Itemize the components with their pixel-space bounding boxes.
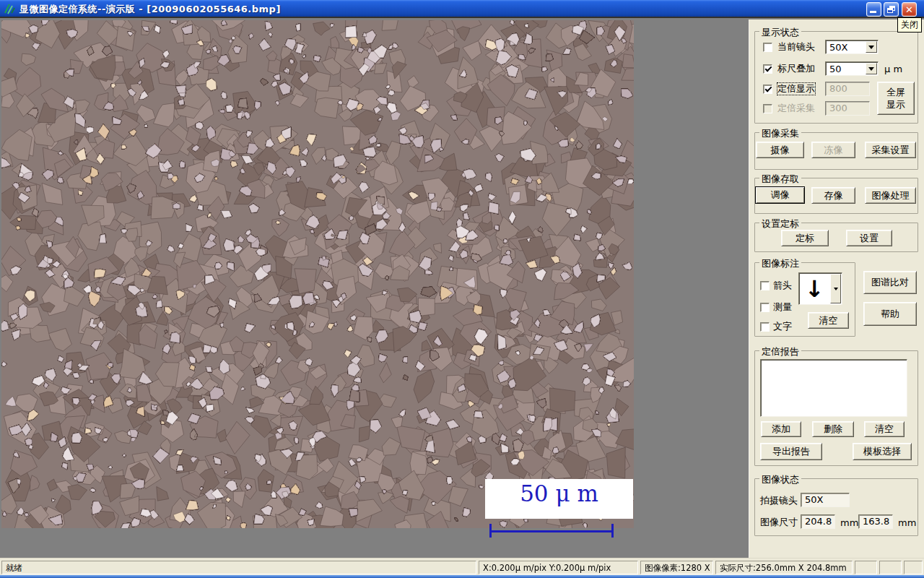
group-report-title: 定倍报告	[759, 345, 801, 358]
fixed-capture-checkbox	[763, 104, 772, 113]
group-calibration-title: 设置定标	[759, 217, 801, 230]
measure-label[interactable]: 测量	[773, 301, 792, 313]
fixed-display-input: 800	[825, 82, 870, 96]
app-window: 显微图像定倍系统--演示版 - [20090602055646.bmp] ✕ 关…	[0, 0, 924, 578]
close-icon: ✕	[905, 5, 913, 14]
fixed-capture-label: 定倍采集	[777, 103, 815, 114]
window-title: 显微图像定倍系统--演示版 - [20090602055646.bmp]	[19, 3, 281, 16]
fullscreen-button-label: 全屏显示	[884, 86, 907, 111]
image-process-button[interactable]: 图像处理	[865, 187, 916, 204]
status-bar: 就绪 X:0.200μ m/pix Y:0.200μ m/pix 图像像素:12…	[0, 558, 924, 575]
chevron-down-icon[interactable]	[830, 274, 841, 303]
fixed-capture-input: 300	[825, 101, 870, 116]
group-capture-title: 图像采集	[759, 127, 801, 140]
fixed-display-label[interactable]: 定倍显示	[777, 83, 815, 95]
template-select-button[interactable]: 模板选择	[853, 443, 912, 460]
current-lens-checkbox[interactable]	[763, 43, 772, 52]
calibrate-button[interactable]: 定标	[781, 230, 829, 246]
status-empty-2	[879, 561, 902, 574]
lens-value-field[interactable]: 50X	[801, 493, 850, 507]
current-lens-dropdown[interactable]: 50X	[825, 40, 879, 54]
group-annotation-title: 图像标注	[759, 257, 801, 270]
app-icon	[4, 3, 15, 14]
text-label[interactable]: 文字	[773, 321, 792, 332]
scale-bar-line	[489, 530, 614, 532]
down-arrow-icon: ↓	[805, 274, 824, 304]
export-report-button[interactable]: 导出报告	[760, 443, 822, 460]
lens-label: 拍摄镜头	[760, 495, 798, 506]
status-actual-size: 实际尺寸:256.0mm X 204.8mm	[715, 561, 853, 574]
shoot-button[interactable]: 摄像	[756, 142, 804, 158]
scale-overlay-dropdown[interactable]: 50	[825, 61, 879, 76]
status-empty-1	[855, 561, 877, 574]
save-image-button[interactable]: 存像	[811, 187, 855, 204]
group-image-status-title: 图像状态	[759, 473, 801, 486]
report-listbox[interactable]	[760, 359, 907, 417]
arrow-style-dropdown[interactable]: ↓	[798, 272, 842, 305]
scale-bar-label: 50 μ m	[520, 479, 598, 519]
arrow-label[interactable]: 箭头	[773, 280, 792, 291]
width-field[interactable]: 204.8	[801, 514, 835, 529]
height-field[interactable]: 163.8	[858, 514, 893, 529]
status-pixels: 图像像素:1280 X 1024	[640, 561, 713, 574]
fullscreen-button[interactable]: 全屏显示	[877, 82, 915, 115]
scale-unit-label: μ m	[884, 64, 902, 75]
micrograph-image	[1, 20, 634, 528]
close-tooltip: 关闭	[897, 17, 922, 33]
height-unit-label: mm	[898, 517, 916, 529]
scale-tick-left	[489, 524, 492, 538]
chevron-down-icon[interactable]	[866, 41, 877, 53]
status-resolution: X:0.200μ m/pix Y:0.200μ m/pix	[479, 561, 638, 574]
restore-icon	[887, 6, 895, 13]
help-button[interactable]: 帮助	[863, 302, 917, 326]
annotation-clear-button[interactable]: 清空	[808, 312, 849, 329]
group-display-status-title: 显示状态	[759, 26, 801, 39]
text-checkbox[interactable]	[760, 322, 770, 332]
scale-tick-right	[611, 524, 614, 538]
size-label: 图像尺寸	[760, 517, 798, 528]
close-button[interactable]: ✕	[902, 2, 917, 17]
scale-overlay-label[interactable]: 标尺叠加	[777, 63, 815, 74]
chevron-down-icon[interactable]	[866, 63, 877, 74]
freeze-button: 冻像	[811, 142, 855, 158]
setup-button[interactable]: 设置	[846, 230, 892, 246]
measure-checkbox[interactable]	[760, 303, 770, 312]
group-storage-title: 图像存取	[759, 173, 801, 186]
width-unit-label: mm	[840, 517, 858, 529]
client-area: 50 μ m	[0, 20, 749, 558]
minimize-icon	[870, 11, 876, 13]
capture-settings-button[interactable]: 采集设置	[865, 142, 916, 158]
scale-overlay-value: 50	[829, 64, 842, 74]
load-image-button[interactable]: 调像	[755, 186, 805, 204]
restore-button[interactable]	[884, 2, 899, 17]
minimize-button[interactable]	[866, 2, 881, 17]
bottom-edge	[0, 575, 924, 578]
micrograph-viewport: 50 μ m	[1, 20, 634, 528]
report-add-button[interactable]: 添加	[761, 421, 801, 437]
titlebar: 显微图像定倍系统--演示版 - [20090602055646.bmp] ✕	[0, 0, 924, 18]
scale-overlay-checkbox[interactable]	[763, 64, 772, 74]
arrow-checkbox[interactable]	[760, 281, 770, 290]
group-calibration: 设置定标	[754, 223, 918, 252]
status-ready: 就绪	[1, 561, 476, 574]
status-empty-3	[904, 561, 923, 574]
current-lens-label[interactable]: 当前镜头	[777, 41, 815, 53]
report-clear-button[interactable]: 清空	[864, 421, 905, 437]
current-lens-value: 50X	[829, 42, 847, 53]
report-delete-button[interactable]: 删除	[812, 421, 854, 437]
scale-bar: 50 μ m	[485, 479, 633, 519]
atlas-compare-button[interactable]: 图谱比对	[863, 271, 917, 294]
fixed-display-checkbox[interactable]	[763, 85, 772, 94]
